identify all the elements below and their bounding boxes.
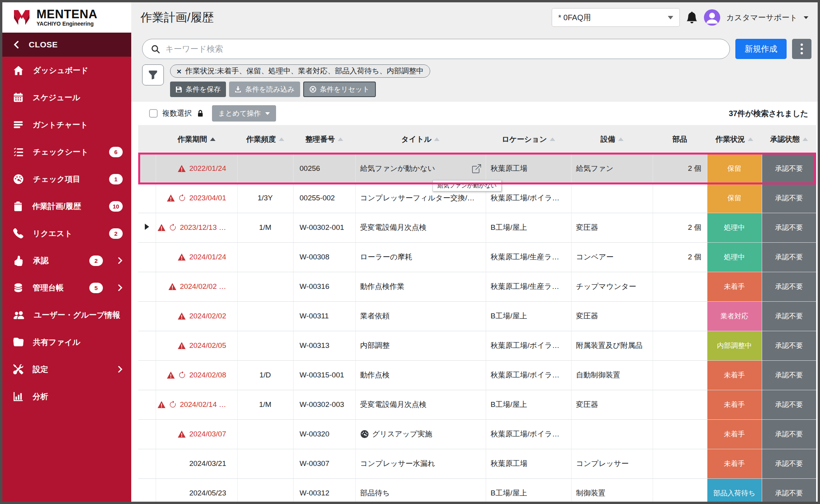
work-period-cell: 2024/05/23 xyxy=(156,478,237,502)
sidebar-item-analysis[interactable]: 分析 xyxy=(2,383,131,410)
table-row[interactable]: 2024/02/02 …W-00316動作点検作業秋葉原工場/生産ラ…チップマウ… xyxy=(138,272,816,301)
search-input[interactable] xyxy=(165,44,721,54)
user-name[interactable]: カスタマーサポート xyxy=(726,12,797,23)
title-cell: 内部調整 xyxy=(355,331,486,360)
column-header[interactable]: タイトル xyxy=(355,125,486,154)
column-header[interactable]: 作業頻度 xyxy=(237,125,293,154)
status-badge: 業者対応 xyxy=(707,302,762,331)
reference-number-cell: W-00302-003 xyxy=(293,390,355,419)
parts-cell xyxy=(653,390,707,419)
column-header[interactable]: 整理番号 xyxy=(293,125,355,154)
filter-button[interactable] xyxy=(142,64,164,85)
approval-status-cell: 承認不要 xyxy=(762,449,816,478)
column-header[interactable]: 作業状況 xyxy=(707,125,762,154)
sidebar-item-user-group-info[interactable]: ユーザー・グループ情報 xyxy=(2,301,131,328)
warning-icon xyxy=(177,165,186,172)
work-period-cell: 2024/02/02 … xyxy=(156,272,237,301)
workspace-select[interactable]: * 0FAQ用 xyxy=(552,8,680,27)
sort-arrow-icon xyxy=(618,137,624,141)
expander-cell xyxy=(138,272,156,301)
work-period-cell: 2024/02/05 xyxy=(156,331,237,360)
create-new-button[interactable]: 新規作成 xyxy=(735,39,787,59)
expander-cell xyxy=(138,331,156,360)
equipment-cell xyxy=(571,419,653,449)
reset-conditions-button[interactable]: 条件をリセット xyxy=(303,82,376,97)
column-header[interactable]: ロケーション xyxy=(486,125,571,154)
sidebar-item-shared-files[interactable]: 共有ファイル xyxy=(2,328,131,356)
approval-status-cell: 承認不要 xyxy=(762,331,816,360)
sidebar-item-label: 作業計画/履歴 xyxy=(32,201,81,212)
home-icon xyxy=(13,65,24,76)
title-cell: 給気ファンが動かない xyxy=(355,154,486,183)
table-row[interactable]: 2022/01/2400256給気ファンが動かない秋葉原工場給気ファン2 個保留… xyxy=(138,154,816,183)
location-cell: 秋葉原工場/ボイラ… xyxy=(486,360,571,390)
work-status-cell: 業者対応 xyxy=(707,301,762,331)
sidebar-item-schedule[interactable]: スケジュール xyxy=(2,84,131,111)
caret-down-icon xyxy=(668,16,673,19)
bulk-action-button[interactable]: まとめて操作 xyxy=(212,105,276,122)
column-header[interactable]: 設備 xyxy=(571,125,653,154)
table-row[interactable]: 2024/03/07W-00320グリスアップ実施秋葉原工場/ボイラ…未着手承認… xyxy=(138,419,816,449)
remove-filter-icon[interactable]: × xyxy=(177,67,181,75)
sidebar-item-gantt-chart[interactable]: ガントチャート xyxy=(2,111,131,138)
more-options-button[interactable] xyxy=(792,39,811,59)
user-caret-down-icon[interactable] xyxy=(804,16,808,19)
warning-icon xyxy=(177,342,186,349)
table-row[interactable]: 2024/03/21W-00307コンプレッサー水漏れ秋葉原工場コンプレッサー未… xyxy=(138,449,816,478)
column-header[interactable]: 承認状態 xyxy=(762,125,816,154)
sidebar-item-request[interactable]: リクエスト2 xyxy=(2,220,131,247)
load-conditions-button[interactable]: 条件を読み込み xyxy=(229,82,300,97)
sidebar-item-label: 分析 xyxy=(33,391,48,402)
column-header[interactable]: 部品 xyxy=(653,125,707,154)
location-cell: 秋葉原工場/生産ラ… xyxy=(486,272,571,301)
approval-status-cell: 承認不要 xyxy=(762,390,816,419)
brand-subtitle: YACHIYO Engineering xyxy=(36,21,97,27)
sidebar-item-check-item[interactable]: チェック項目1 xyxy=(2,165,131,193)
sidebar-item-settings[interactable]: 設定 xyxy=(2,356,131,383)
database-icon xyxy=(13,283,23,293)
table-row[interactable]: 2023/12/13 …1/MW-00302-001受変電設備月次点検B工場/屋… xyxy=(138,213,816,242)
table-row[interactable]: 2024/02/14 …1/MW-00302-003受変電設備月次点検B工場/屋… xyxy=(138,390,816,419)
avatar[interactable] xyxy=(704,9,720,26)
sidebar-item-dashboard[interactable]: ダッシュボード xyxy=(2,57,131,84)
filter-chip-work-status[interactable]: × 作業状況:未着手、保留、処理中、業者対応、部品入荷待ち、内部調整中 xyxy=(170,64,430,78)
table-row[interactable]: 2024/02/05W-00313内部調整秋葉原工場/ボイラ…附属装置及び附属品… xyxy=(138,331,816,360)
multi-select-checkbox[interactable] xyxy=(149,109,158,118)
work-period-date: 2022/01/24 xyxy=(189,164,226,173)
work-period-date: 2023/04/01 xyxy=(189,194,226,202)
table-row[interactable]: 2024/05/23W-00312部品待ちB工場/屋上制御装置部品入荷待ち承認不… xyxy=(138,478,816,502)
equipment-cell: 変圧器 xyxy=(571,390,653,419)
sidebar-item-approval[interactable]: 承認2 xyxy=(2,247,131,274)
calendar-icon xyxy=(13,92,23,103)
users-icon xyxy=(13,310,24,320)
work-period-cell: 2024/02/08 xyxy=(156,360,237,390)
table-row[interactable]: 2024/01/24W-00308ローラーの摩耗秋葉原工場/生産ラ…コンベアー2… xyxy=(138,242,816,272)
gantt-icon xyxy=(13,120,23,130)
circle-x-icon xyxy=(309,86,316,93)
approval-badge: 承認不要 xyxy=(762,243,817,272)
equipment-cell: 変圧器 xyxy=(571,301,653,331)
location-cell: 秋葉原工場/ボイラ… xyxy=(486,331,571,360)
table-row[interactable]: 2024/02/081/DW-00315-001動作点検秋葉原工場/ボイラ…自動… xyxy=(138,360,816,390)
external-link-icon[interactable] xyxy=(472,164,481,173)
column-header-label: 作業状況 xyxy=(716,134,745,144)
sidebar-item-ledger[interactable]: 管理台帳5 xyxy=(2,274,131,301)
expand-row-icon[interactable] xyxy=(145,224,149,230)
bell-icon[interactable] xyxy=(686,12,698,23)
repeat-icon xyxy=(169,224,177,231)
sidebar-item-check-sheet[interactable]: チェックシート6 xyxy=(2,138,131,165)
title-cell: 動作点検 xyxy=(355,360,486,390)
warning-icon xyxy=(168,283,177,290)
sidebar-close-button[interactable]: CLOSE xyxy=(2,33,131,57)
work-period-date: 2024/02/02 … xyxy=(180,282,226,291)
title-text: 業者依頼 xyxy=(360,311,481,321)
save-conditions-button[interactable]: 条件を保存 xyxy=(170,82,226,97)
logo[interactable]: MENTENA YACHIYO Engineering xyxy=(2,2,131,33)
sidebar-item-work-plan-history[interactable]: 作業計画/履歴10 xyxy=(2,193,131,220)
approval-status-cell: 承認不要 xyxy=(762,419,816,449)
status-badge: 未着手 xyxy=(707,390,762,419)
table-row[interactable]: 2024/02/02W-00311業者依頼B工場/屋上変圧器業者対応承認不要 xyxy=(138,301,816,331)
column-header[interactable]: 作業期間 xyxy=(156,125,237,154)
reference-number-cell: W-00320 xyxy=(293,419,355,449)
approval-badge: 承認不要 xyxy=(762,331,817,360)
